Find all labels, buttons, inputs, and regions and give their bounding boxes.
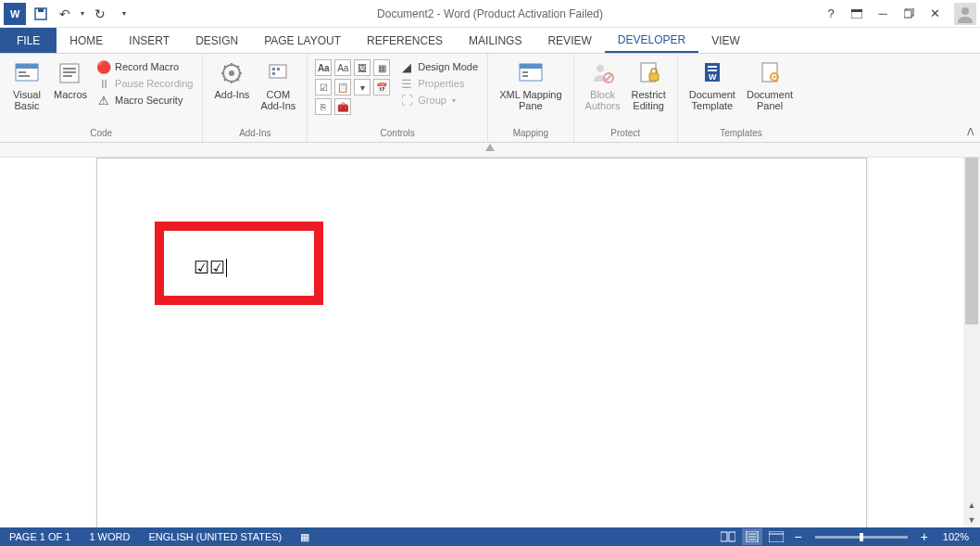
restore-button[interactable] [897,4,921,24]
status-bar: PAGE 1 OF 1 1 WORD ENGLISH (UNITED STATE… [0,527,980,546]
status-words[interactable]: 1 WORD [80,531,139,542]
status-page[interactable]: PAGE 1 OF 1 [0,531,80,542]
window-title: Document2 - Word (Product Activation Fai… [377,7,603,20]
help-button[interactable]: ? [819,4,843,24]
addins-icon [218,59,245,87]
scroll-up-icon[interactable]: ▲ [963,498,980,513]
scroll-down-icon[interactable]: ▼ [963,513,980,527]
plain-text-control[interactable]: Aa [334,59,351,76]
tab-page-layout[interactable]: PAGE LAYOUT [251,28,354,53]
group-addins: Add-Ins COM Add-Ins Add-Ins [203,54,308,142]
tab-mailings[interactable]: MAILINGS [456,28,534,53]
visual-basic-button[interactable]: Visual Basic [6,57,48,113]
svg-text:W: W [10,8,20,19]
print-layout-button[interactable] [742,528,762,545]
xml-mapping-button[interactable]: XML Mapping Pane [494,57,567,113]
tab-file[interactable]: FILE [0,28,57,53]
undo-button[interactable]: ↶ [54,3,76,25]
document-panel-icon [756,59,784,87]
com-addins-label: COM Add-Ins [260,89,295,111]
document-area: ☑☑ ▲ ▼ [0,143,980,527]
design-mode-button[interactable]: ◢Design Mode [399,59,478,74]
repeating-section-control[interactable]: ⎘ [315,98,332,115]
save-button[interactable] [30,3,52,25]
svg-rect-22 [272,72,275,75]
qat-customize-icon[interactable]: ▾ [113,3,135,25]
chevron-down-icon: ▾ [452,96,456,105]
date-picker-control[interactable]: 📅 [373,79,390,95]
record-macro-button[interactable]: 🔴Record Macro [96,59,193,74]
tab-design[interactable]: DESIGN [182,28,251,53]
status-macro-icon[interactable]: ▦ [291,531,319,543]
rich-text-control[interactable]: Aa [315,59,332,76]
scrollbar-thumb[interactable] [965,158,978,324]
picture-control[interactable]: 🖼 [354,59,371,76]
com-addins-icon [264,59,292,87]
tab-home[interactable]: HOME [57,28,116,53]
dropdown-control[interactable]: ▾ [354,79,371,95]
close-button[interactable]: ✕ [923,4,947,24]
zoom-out-button[interactable]: − [790,529,805,544]
legacy-tools-control[interactable]: 🧰 [334,98,351,115]
document-content[interactable]: ☑☑ [194,257,227,278]
collapse-ribbon-icon[interactable]: ᐱ [967,126,974,138]
pause-recording-label: Pause Recording [115,78,193,89]
svg-rect-36 [762,63,777,82]
tab-review[interactable]: REVIEW [534,28,604,53]
svg-rect-26 [522,75,528,77]
block-authors-button: Block Authors [580,57,626,113]
document-panel-button[interactable]: Document Panel [741,57,798,113]
addins-button[interactable]: Add-Ins [208,57,255,102]
zoom-in-button[interactable]: + [917,529,932,544]
minimize-button[interactable]: ─ [871,4,895,24]
checkbox-control[interactable]: ☑ [315,79,332,95]
group-mapping: XML Mapping Pane Mapping [488,54,573,142]
restrict-editing-button[interactable]: Restrict Editing [626,57,672,113]
undo-dropdown-icon[interactable]: ▾ [78,3,87,25]
group-controls: Aa Aa 🖼 ▦ ☑ 📋 ▾ 📅 ⎘ 🧰 [308,54,488,142]
ribbon-tabs: FILE HOME INSERT DESIGN PAGE LAYOUT REFE… [0,28,980,54]
page-viewport[interactable]: ☑☑ [0,158,963,527]
group-protect-label: Protect [580,126,672,142]
group-control-label: Group [418,95,446,106]
svg-point-27 [597,65,604,72]
web-layout-button[interactable] [766,528,786,545]
macros-button[interactable]: Macros [48,57,93,102]
building-block-control[interactable]: ▦ [373,59,390,76]
read-mode-button[interactable] [718,528,738,545]
ribbon-display-button[interactable] [845,4,869,24]
zoom-slider-handle[interactable] [860,533,863,541]
vertical-scrollbar[interactable]: ▲ ▼ [963,158,980,527]
svg-rect-39 [721,532,727,541]
macro-security-icon: ⚠ [96,93,111,108]
zoom-percentage[interactable]: 102% [936,531,976,542]
user-avatar[interactable] [954,3,976,25]
tab-developer[interactable]: DEVELOPER [605,28,698,53]
macros-icon [57,59,84,87]
tab-references[interactable]: REFERENCES [354,28,456,53]
macros-label: Macros [54,89,87,100]
svg-rect-31 [649,73,659,81]
macro-security-button[interactable]: ⚠Macro Security [96,93,193,108]
ruler-center-marker-icon [485,144,495,151]
tab-view[interactable]: VIEW [698,28,753,53]
title-bar: W ↶ ▾ ↻ ▾ Document2 - Word (Product Acti… [0,0,980,28]
zoom-slider[interactable] [815,536,908,539]
tab-insert[interactable]: INSERT [116,28,182,53]
ruler-horizontal[interactable] [0,143,980,158]
macro-security-label: Macro Security [115,95,182,106]
visual-basic-icon [13,59,41,87]
status-language[interactable]: ENGLISH (UNITED STATES) [139,531,291,542]
com-addins-button[interactable]: COM Add-Ins [255,57,301,113]
quick-access-toolbar: ↶ ▾ ↻ ▾ [30,3,135,25]
group-templates-label: Templates [684,126,798,142]
svg-rect-14 [63,68,76,70]
svg-rect-3 [38,8,44,12]
svg-rect-16 [63,75,72,77]
redo-button[interactable]: ↻ [89,3,111,25]
svg-rect-40 [729,532,735,541]
document-page[interactable]: ☑☑ [96,158,867,527]
svg-line-29 [605,74,612,82]
document-template-button[interactable]: W Document Template [684,57,741,113]
combobox-control[interactable]: 📋 [334,79,351,95]
